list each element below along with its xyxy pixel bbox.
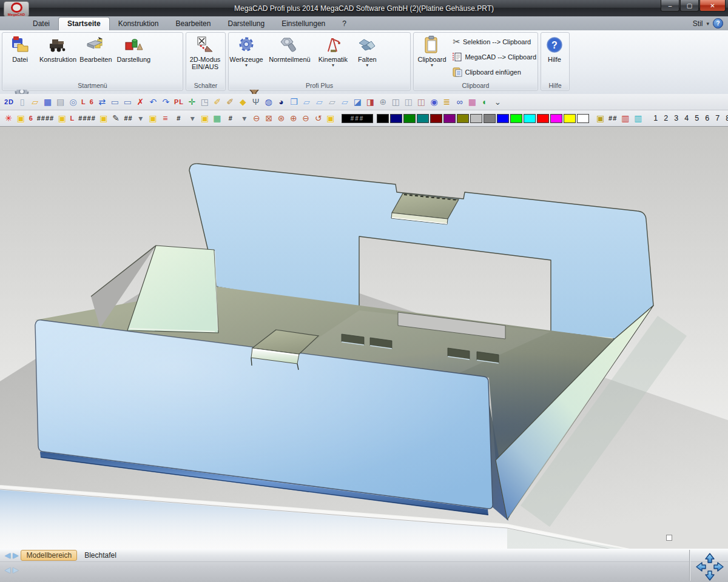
- hilfe-button[interactable]: ? Hilfe: [541, 33, 568, 80]
- palette-swatch-12[interactable]: [537, 114, 549, 123]
- wire-cylinder3-icon[interactable]: ◫: [415, 95, 428, 109]
- next-sheet-arrow-icon[interactable]: ▶: [13, 551, 18, 560]
- hash-small[interactable]: ##: [122, 112, 134, 125]
- cube-icon[interactable]: ❒: [288, 95, 300, 109]
- save-prt-icon[interactable]: ▦: [41, 95, 54, 109]
- normteilmenu-button[interactable]: Normteilmenü: [266, 33, 312, 80]
- hash-field-b[interactable]: ####: [76, 112, 97, 125]
- pan-navigation-icon[interactable]: [695, 552, 724, 581]
- palette-swatch-8[interactable]: [484, 114, 496, 123]
- opgl-icon[interactable]: ◉: [428, 95, 440, 109]
- lock-d-icon[interactable]: ▣: [198, 112, 211, 125]
- open-file-icon[interactable]: ▱: [29, 95, 41, 109]
- layer-number-7[interactable]: 7: [712, 114, 723, 122]
- hash-line-a[interactable]: #—: [172, 112, 187, 125]
- kinematik-caret-icon[interactable]: ▾: [332, 63, 334, 67]
- clipboard-big-button[interactable]: Clipboard ▾: [414, 33, 450, 80]
- color-wheel-icon[interactable]: ◐: [479, 95, 491, 109]
- werkzeuge-button[interactable]: Werkzeuge ▾: [229, 33, 264, 80]
- maximize-button[interactable]: ▢: [680, 0, 699, 12]
- menu-tab-darstellung[interactable]: Darstellung: [219, 18, 273, 30]
- layer-number-4[interactable]: 4: [681, 114, 692, 122]
- dropdown-b-icon[interactable]: ▾: [186, 112, 198, 125]
- lock-b-icon[interactable]: ▣: [98, 112, 110, 125]
- zoom-previous-icon[interactable]: ↺: [312, 112, 324, 125]
- hash-right[interactable]: ##: [607, 112, 619, 125]
- falten-button[interactable]: Falten ▾: [353, 33, 381, 80]
- toolbar-overflow-icon[interactable]: ⌄: [491, 95, 504, 109]
- zoom-minus-icon[interactable]: ⊖: [300, 112, 312, 125]
- print-icon[interactable]: ▤: [54, 95, 67, 109]
- darstellung-button[interactable]: Darstellung: [116, 33, 151, 80]
- palette-swatch-4[interactable]: [430, 114, 442, 123]
- palette-swatch-14[interactable]: [564, 114, 576, 123]
- palette-swatch-11[interactable]: [524, 114, 536, 123]
- clipboard-einfuegen-item[interactable]: Clipboard einfügen: [453, 64, 536, 79]
- screen-color-icon[interactable]: ▣: [594, 112, 607, 125]
- layer-number-5[interactable]: 5: [692, 114, 702, 122]
- model-viewport[interactable]: [0, 126, 728, 549]
- new-file-icon[interactable]: ▯: [16, 95, 29, 109]
- selektion-clipboard-item[interactable]: ✂ Selektion --> Clipboard: [453, 34, 536, 49]
- next-arrow-dim-icon[interactable]: ▶: [13, 566, 18, 574]
- megacad-clipboard-item[interactable]: MegaCAD --> Clipboard: [453, 49, 536, 64]
- colorbars-a-icon[interactable]: ▥: [619, 112, 632, 125]
- prev-arrow-dim-icon[interactable]: ◀: [5, 566, 10, 574]
- view-box-icon[interactable]: ◳: [198, 95, 211, 109]
- doc-6-icon[interactable]: 6: [27, 112, 35, 125]
- 2d-modus-button[interactable]: 2D-Modus EIN/AUS: [186, 33, 224, 80]
- undo-icon[interactable]: ↶: [147, 95, 160, 109]
- doc-save6-icon[interactable]: 6: [88, 95, 96, 109]
- slab-view2-icon[interactable]: ▱: [313, 95, 326, 109]
- wire-cylinder1-icon[interactable]: ◫: [389, 95, 402, 109]
- tripod-icon[interactable]: Ψ: [249, 95, 262, 109]
- palette-swatch-6[interactable]: [457, 114, 469, 123]
- slab-view1-icon[interactable]: ▱: [300, 95, 313, 109]
- minimize-button[interactable]: –: [661, 0, 679, 12]
- kinematik-button[interactable]: Kinematik ▾: [315, 33, 351, 80]
- lock-snap-icon[interactable]: ▣: [15, 112, 27, 125]
- doc-load-icon[interactable]: L: [79, 95, 88, 109]
- prev-sheet-arrow-icon[interactable]: ◀: [5, 551, 10, 560]
- menu-tab-einstellungen[interactable]: Einstellungen: [273, 18, 334, 30]
- close-button[interactable]: ✕: [699, 0, 726, 12]
- wire-sphere-icon[interactable]: ⊕: [377, 95, 389, 109]
- layer-number-2[interactable]: 2: [661, 114, 671, 122]
- palette-swatch-10[interactable]: [510, 114, 522, 123]
- lock-a-icon[interactable]: ▣: [56, 112, 68, 125]
- clipboard-caret-icon[interactable]: ▾: [431, 63, 433, 67]
- lock-c-icon[interactable]: ▣: [147, 112, 159, 125]
- konstruktion-button[interactable]: Konstruktion: [40, 33, 75, 80]
- zoom-out-icon[interactable]: ⊖: [251, 112, 263, 125]
- snap-star-icon[interactable]: ✳: [2, 112, 15, 125]
- layer-number-3[interactable]: 3: [671, 114, 681, 122]
- zoom-in-icon[interactable]: ⊕: [288, 112, 300, 125]
- screen-clear-icon[interactable]: ▭: [121, 95, 134, 109]
- palette-swatch-13[interactable]: [550, 114, 562, 123]
- shaded-cube-icon[interactable]: ◨: [364, 95, 377, 109]
- dropdown-a-icon[interactable]: ▾: [135, 112, 147, 125]
- measure-alt-icon[interactable]: ✐: [224, 95, 237, 109]
- werkzeuge-caret-icon[interactable]: ▾: [245, 63, 248, 67]
- screen-refresh-icon[interactable]: ▭: [109, 95, 121, 109]
- menu-tab--[interactable]: ?: [334, 18, 355, 30]
- swap-doc-icon[interactable]: ⇄: [96, 95, 109, 109]
- help-icon[interactable]: ?: [713, 18, 723, 28]
- palette-swatch-3[interactable]: [417, 114, 429, 123]
- palette-swatch-2[interactable]: [403, 114, 416, 123]
- plot-icon[interactable]: PL: [172, 95, 186, 109]
- palette-swatch-7[interactable]: [470, 114, 482, 123]
- lock-zoom-icon[interactable]: ▣: [325, 112, 337, 125]
- layer-number-6[interactable]: 6: [702, 114, 712, 122]
- panel-view-icon[interactable]: ◪: [351, 95, 364, 109]
- menu-tab-startseite[interactable]: Startseite: [58, 17, 110, 30]
- statusbar-tab-blechtafel[interactable]: Blechtafel: [79, 550, 121, 560]
- axes-icon[interactable]: ✛: [186, 95, 198, 109]
- workplane-icon[interactable]: ◆: [237, 95, 249, 109]
- redo-icon[interactable]: ↷: [160, 95, 172, 109]
- palette-swatch-1[interactable]: [390, 114, 402, 123]
- linestyle-icon[interactable]: ≡: [159, 112, 171, 125]
- view-2d3d-icon[interactable]: 2D: [2, 95, 16, 109]
- selection-handle[interactable]: [666, 535, 672, 541]
- menu-tab-datei[interactable]: Datei: [24, 18, 58, 30]
